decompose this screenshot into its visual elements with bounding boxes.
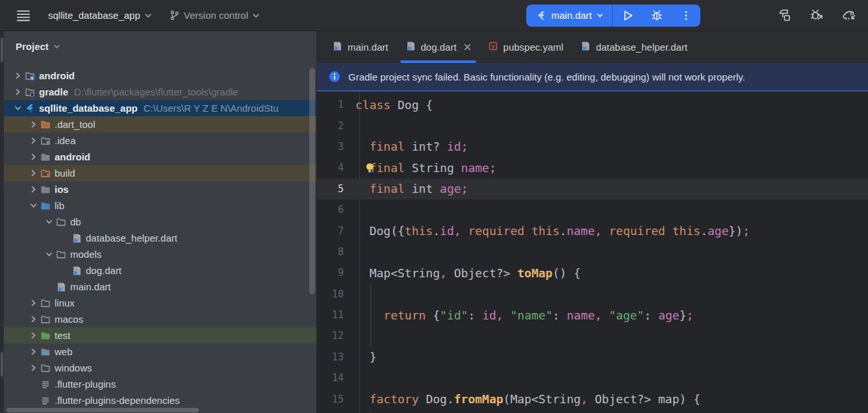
chevron-right-icon[interactable] [26, 137, 40, 144]
tree-item-.idea[interactable]: *.idea [4, 132, 316, 149]
chevron-right-icon[interactable] [26, 153, 40, 160]
code-text[interactable]: class Dog { [355, 98, 433, 112]
tree-item-build[interactable]: *build [4, 165, 316, 181]
code-line-7[interactable]: 7 Dog({this.id, required this.name, requ… [317, 220, 868, 241]
tree-item-main.dart[interactable]: main.dart [4, 279, 316, 295]
tree-item-.flutter-plugins[interactable]: .flutter-plugins [4, 376, 316, 392]
chevron-right-icon[interactable] [10, 72, 25, 79]
line-number[interactable]: 15 [317, 394, 351, 405]
line-number[interactable]: 3 [317, 141, 351, 153]
code-line-8[interactable]: 8 [317, 242, 868, 262]
chevron-down-icon[interactable] [42, 218, 56, 225]
code-line-1[interactable]: 1class Dog { [317, 94, 868, 115]
chevron-right-icon[interactable] [26, 299, 40, 307]
chevron-down-icon[interactable] [42, 251, 56, 258]
build-button[interactable] [777, 8, 793, 23]
chevron-right-icon[interactable] [26, 186, 40, 193]
code-line-14[interactable]: 14 [317, 368, 868, 388]
tree-item-gradle[interactable]: gradleD:\flutter\packages\flutter_tools\… [4, 84, 316, 100]
tree-item-windows[interactable]: windows [4, 360, 316, 376]
line-number[interactable]: 1 [317, 99, 351, 110]
chevron-right-icon[interactable] [26, 364, 40, 371]
run-configuration-selector[interactable]: main.dart [526, 5, 612, 27]
tool-window-stripe-button[interactable] [1, 38, 3, 62]
tree-item-models[interactable]: models [4, 246, 316, 262]
code-text[interactable]: return {"id": id, "name": name, "age": a… [355, 308, 693, 322]
tree-item-test[interactable]: test [4, 327, 316, 344]
line-number[interactable]: 4 [317, 162, 351, 173]
tree-item-android[interactable]: android [4, 68, 316, 84]
tool-window-stripe-button[interactable] [1, 352, 3, 377]
line-number[interactable]: 11 [317, 309, 351, 321]
run-button[interactable] [613, 5, 642, 27]
tree-item-sqllite_database_app[interactable]: sqllite_database_appC:\Users\R Y Z E N\A… [4, 100, 316, 116]
debug-button[interactable] [642, 5, 671, 27]
line-number[interactable]: 13 [317, 351, 351, 363]
version-control-menu[interactable]: Version control [169, 10, 260, 21]
tree-item-web[interactable]: web [4, 344, 316, 360]
line-number[interactable]: 7 [317, 225, 351, 237]
project-tree-vertical-scrollbar[interactable] [309, 68, 315, 294]
tab-main.dart[interactable]: main.dart [324, 31, 397, 63]
more-actions-button[interactable] [671, 5, 700, 27]
code-line-11[interactable]: 11 return {"id": id, "name": name, "age"… [317, 305, 868, 325]
project-panel-header[interactable]: Project [16, 41, 60, 52]
tree-item-macos[interactable]: macos [4, 311, 316, 327]
code-line-2[interactable]: 2 [317, 115, 868, 136]
chevron-right-icon[interactable] [26, 332, 40, 339]
project-tree-horizontal-scrollbar[interactable] [6, 408, 199, 412]
code-line-13[interactable]: 13 } [317, 347, 868, 368]
line-number[interactable]: 2 [317, 120, 351, 132]
hamburger-menu-icon[interactable] [16, 8, 31, 23]
tree-item-db[interactable]: db [4, 214, 316, 230]
line-number[interactable]: 10 [317, 288, 351, 300]
attach-debugger-button[interactable] [810, 8, 825, 23]
line-number[interactable]: 9 [317, 267, 351, 279]
folder-web-icon [40, 347, 54, 357]
code-text[interactable]: Dog({this.id, required this.name, requir… [355, 224, 750, 238]
tab-pubspec.yaml[interactable]: Ypubspec.yaml [479, 31, 572, 63]
code-text[interactable]: final int? id; [355, 140, 468, 153]
gradle-sync-button[interactable] [842, 8, 858, 23]
chevron-right-icon[interactable] [26, 121, 40, 128]
code-line-12[interactable]: 12 [317, 325, 868, 346]
code-text[interactable]: factory Dog.fromMap(Map<String, Object?>… [355, 392, 700, 406]
tree-item-ios[interactable]: ios [4, 181, 316, 197]
code-line-9[interactable]: 9 Map<String, Object?> toMap() { [317, 262, 868, 283]
line-number[interactable]: 8 [317, 246, 351, 258]
tree-item-database_helper.dart[interactable]: database_helper.dart [4, 230, 316, 246]
code-line-6[interactable]: 6 [317, 199, 868, 220]
tree-item-android[interactable]: android [4, 149, 316, 165]
bulb-icon[interactable] [364, 162, 376, 173]
code-editor[interactable]: 1class Dog {23 final int? id;4 final Str… [317, 92, 868, 413]
line-number[interactable]: 6 [317, 204, 351, 216]
code-line-5[interactable]: 5 final int age; [317, 179, 868, 199]
code-text[interactable]: final int age; [355, 182, 468, 195]
tree-item-dog.dart[interactable]: dog.dart [4, 262, 316, 279]
tree-item-.dart_tool[interactable]: .dart_tool [4, 116, 316, 132]
line-number[interactable]: 12 [317, 330, 351, 342]
code-line-15[interactable]: 15 factory Dog.fromMap(Map<String, Objec… [317, 388, 868, 409]
project-selector[interactable]: sqllite_database_app [48, 10, 152, 21]
line-number[interactable]: 5 [317, 183, 351, 195]
chevron-right-icon[interactable] [26, 348, 40, 355]
chevron-down-icon[interactable] [10, 105, 25, 112]
chevron-right-icon[interactable] [26, 169, 40, 177]
code-line-3[interactable]: 3 final int? id; [317, 136, 868, 157]
close-icon[interactable] [464, 44, 471, 51]
tab-dog.dart[interactable]: dog.dart [397, 31, 479, 63]
code-text[interactable]: } [355, 350, 377, 364]
code-text[interactable]: final String name; [355, 161, 496, 175]
code-line-4[interactable]: 4 final String name; [317, 157, 868, 178]
chevron-right-icon[interactable] [10, 88, 25, 95]
tree-item-lib[interactable]: lib [4, 197, 316, 214]
code-text[interactable]: Map<String, Object?> toMap() { [355, 266, 581, 280]
tree-item-.flutter-plugins-dependencies[interactable]: .flutter-plugins-dependencies [4, 392, 316, 408]
line-number[interactable]: 14 [317, 372, 351, 384]
tree-item-linux[interactable]: linux [4, 295, 316, 311]
code-line-10[interactable]: 10 [317, 284, 868, 305]
chevron-down-icon[interactable] [26, 202, 40, 209]
git-branch-icon [169, 10, 180, 21]
chevron-right-icon[interactable] [26, 316, 40, 323]
tab-database_helper.dart[interactable]: database_helper.dart [572, 31, 696, 63]
